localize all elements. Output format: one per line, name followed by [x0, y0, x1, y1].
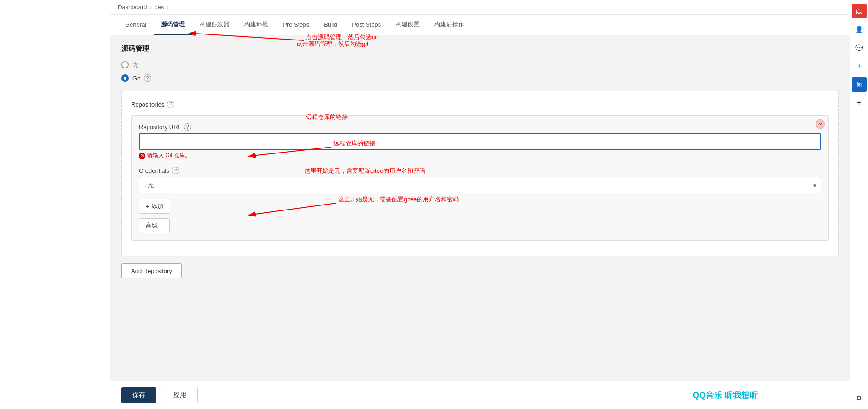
- right-icon-add[interactable]: +: [852, 96, 867, 110]
- credentials-select[interactable]: - 无 -: [139, 177, 821, 193]
- add-credential-plus-icon: +: [146, 203, 149, 210]
- repo-header: Repositories ?: [131, 101, 829, 108]
- radio-none-circle: [121, 61, 129, 68]
- tab-source[interactable]: 源码管理: [154, 15, 192, 35]
- content-area: 源码管理 点击源码管理，然后勾选git 无 Git ?: [110, 35, 850, 381]
- right-icon-5[interactable]: 知: [852, 77, 867, 92]
- repositories-help-icon[interactable]: ?: [167, 101, 174, 108]
- breadcrumb-ces[interactable]: ces: [155, 4, 164, 11]
- save-button[interactable]: 保存: [121, 387, 156, 403]
- main-content: Dashboard › ces › General 源码管理 构建触发器 构建环…: [110, 0, 850, 409]
- radio-git[interactable]: Git ?: [121, 74, 839, 82]
- advanced-button[interactable]: 高级...: [139, 218, 170, 233]
- tab-settings[interactable]: 构建设置: [388, 15, 427, 35]
- add-credential-button[interactable]: + 添加: [139, 199, 170, 214]
- tabs-bar: General 源码管理 构建触发器 构建环境 Pre Steps Build …: [110, 15, 850, 35]
- add-credential-label: 添加: [151, 202, 163, 210]
- repo-url-help-icon[interactable]: ?: [184, 123, 191, 131]
- right-icon-4[interactable]: ✈: [852, 59, 867, 74]
- repo-url-error-text: 请输入 Git 仓库。: [147, 152, 190, 159]
- credentials-select-wrapper: - 无 - ▾: [139, 177, 821, 193]
- tab-poststeps[interactable]: Post Steps: [345, 16, 388, 34]
- right-icon-2[interactable]: 👤: [852, 22, 867, 37]
- credentials-help-icon[interactable]: ?: [172, 167, 179, 174]
- repo-card: ✕ Repository URL ? ⊘ 请输入 Git 仓库。 Cr: [131, 115, 829, 241]
- breadcrumb-sep2: ›: [167, 4, 168, 11]
- section-title: 源码管理: [121, 45, 839, 53]
- tab-env[interactable]: 构建环境: [237, 15, 276, 35]
- bottom-toolbar: 保存 应用 QQ音乐 听我想听: [110, 381, 850, 409]
- repo-url-label: Repository URL: [139, 124, 181, 131]
- repo-close-button[interactable]: ✕: [816, 119, 825, 129]
- tab-trigger[interactable]: 构建触发器: [192, 15, 237, 35]
- repo-header-label: Repositories: [131, 101, 164, 108]
- tab-general[interactable]: General: [118, 16, 154, 34]
- bottom-branding: QQ音乐 听我想听: [693, 390, 758, 401]
- repo-url-error: ⊘ 请输入 Git 仓库。: [139, 152, 821, 159]
- content-wrapper: 源码管理 点击源码管理，然后勾选git 无 Git ?: [121, 45, 839, 278]
- breadcrumb: Dashboard › ces ›: [110, 0, 850, 15]
- credentials-label-text: Credentials: [139, 167, 169, 174]
- radio-group: 无 Git ?: [121, 61, 839, 82]
- credentials-section: Credentials ? 这里开始是无，需要配置gitee的用户名和密码 - …: [139, 167, 821, 233]
- add-repository-button[interactable]: Add Repository: [121, 263, 182, 278]
- repo-url-input[interactable]: [139, 133, 821, 150]
- right-sidebar: 🗂 👤 💬 ✈ 知 + ⚙: [850, 0, 868, 409]
- repositories-section: Repositories ? 远程仓库的链接 ✕ Repository URL …: [121, 91, 839, 256]
- error-dot-icon: ⊘: [139, 153, 145, 159]
- breadcrumb-sep1: ›: [150, 4, 152, 11]
- repo-url-field-label: Repository URL ?: [139, 123, 821, 131]
- git-help-icon[interactable]: ?: [144, 74, 151, 82]
- right-icon-1[interactable]: 🗂: [852, 4, 867, 18]
- credentials-label: Credentials ?: [139, 167, 821, 174]
- advanced-label: 高级...: [146, 222, 163, 230]
- radio-none[interactable]: 无: [121, 61, 839, 69]
- breadcrumb-dashboard[interactable]: Dashboard: [118, 4, 147, 11]
- radio-git-circle: [121, 74, 129, 82]
- right-icon-3[interactable]: 💬: [852, 40, 867, 55]
- apply-button[interactable]: 应用: [162, 387, 198, 403]
- left-sidebar: [0, 0, 110, 409]
- tab-build[interactable]: Build: [316, 16, 345, 34]
- add-repository-label: Add Repository: [131, 267, 172, 274]
- radio-none-label: 无: [132, 61, 138, 69]
- right-icon-settings[interactable]: ⚙: [852, 391, 867, 405]
- tab-postbuild[interactable]: 构建后操作: [427, 15, 471, 35]
- tab-presteps[interactable]: Pre Steps: [276, 16, 316, 34]
- radio-git-label: Git: [132, 75, 140, 82]
